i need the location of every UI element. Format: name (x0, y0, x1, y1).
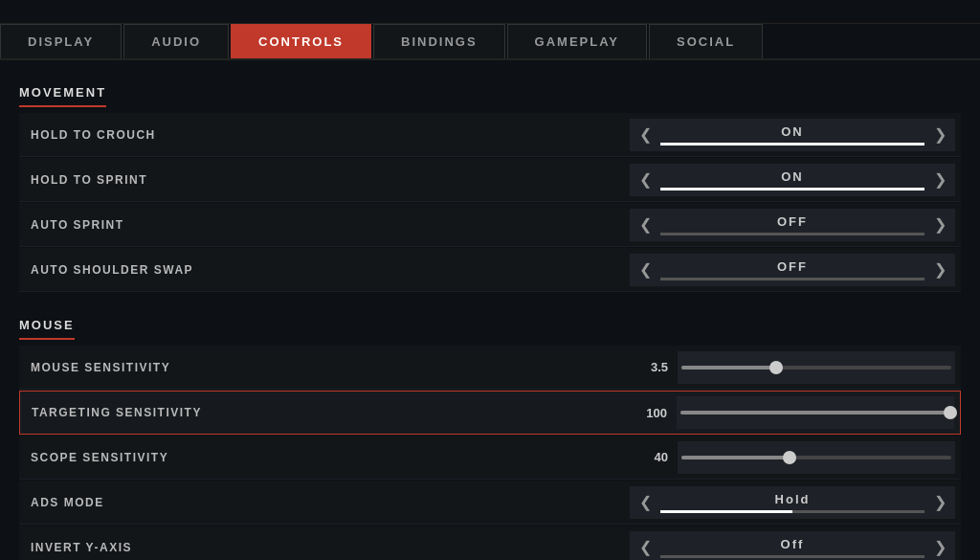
toggle-value-invert-y-axis: Off (781, 537, 805, 551)
slider-track-mouse-sensitivity (681, 366, 951, 370)
tabs-bar: DISPLAYAUDIOCONTROLSBINDINGSGAMEPLAYSOCI… (0, 24, 980, 60)
toggle-right-arrow-invert-y-axis[interactable]: ❯ (924, 531, 955, 561)
toggle-value-area-ads-mode: Hold (660, 492, 924, 513)
toggle-value-area-auto-shoulder-swap: OFF (660, 259, 924, 280)
slider-thumb-mouse-sensitivity[interactable] (769, 361, 783, 374)
slider-scope-sensitivity[interactable]: 40 (630, 441, 955, 474)
toggle-value-auto-sprint: OFF (777, 214, 808, 229)
toggle-bar-hold-to-crouch (660, 143, 924, 146)
toggle-left-arrow-invert-y-axis[interactable]: ❮ (630, 531, 660, 561)
toggle-hold-to-crouch[interactable]: ❮ON❯ (630, 119, 955, 151)
setting-control-auto-shoulder-swap: ❮OFF❯ (630, 254, 955, 286)
slider-mouse-sensitivity[interactable]: 3.5 (630, 351, 955, 384)
section-header-mouse: MOUSE (19, 304, 75, 340)
setting-control-mouse-sensitivity: 3.5 (630, 351, 955, 384)
toggle-right-arrow-ads-mode[interactable]: ❯ (924, 486, 955, 519)
setting-row-ads-mode: ADS MODE❮Hold❯ (19, 481, 961, 525)
toggle-value-auto-shoulder-swap: OFF (777, 259, 808, 274)
toggle-value-area-invert-y-axis: Off (660, 537, 924, 558)
toggle-value-area-hold-to-crouch: ON (660, 124, 924, 146)
setting-row-auto-sprint: AUTO SPRINT❮OFF❯ (19, 203, 961, 247)
setting-control-scope-sensitivity: 40 (630, 441, 955, 474)
setting-control-targeting-sensitivity: 100 (629, 396, 954, 429)
slider-value-targeting-sensitivity: 100 (629, 406, 667, 420)
toggle-left-arrow-hold-to-sprint[interactable]: ❮ (630, 164, 660, 196)
setting-label-targeting-sensitivity: TARGETING SENSITIVITY (26, 406, 629, 419)
slider-track-targeting-sensitivity (680, 411, 950, 414)
setting-row-mouse-sensitivity: MOUSE SENSITIVITY3.5 (19, 346, 961, 390)
setting-control-hold-to-crouch: ❮ON❯ (630, 119, 955, 151)
slider-fill-targeting-sensitivity (680, 411, 950, 414)
tab-gameplay[interactable]: GAMEPLAY (507, 24, 647, 58)
slider-track-wrap-mouse-sensitivity[interactable] (678, 351, 955, 384)
toggle-invert-y-axis[interactable]: ❮Off❯ (630, 531, 955, 561)
slider-track-wrap-targeting-sensitivity[interactable] (677, 396, 954, 429)
setting-row-hold-to-crouch: HOLD TO CROUCH❮ON❯ (19, 113, 961, 157)
setting-label-scope-sensitivity: SCOPE SENSITIVITY (25, 451, 630, 464)
setting-label-invert-y-axis: INVERT Y-AXIS (25, 541, 630, 554)
slider-thumb-scope-sensitivity[interactable] (783, 451, 796, 464)
setting-label-mouse-sensitivity: MOUSE SENSITIVITY (25, 361, 630, 374)
slider-fill-scope-sensitivity (681, 456, 790, 459)
toggle-hold-to-sprint[interactable]: ❮ON❯ (630, 164, 955, 196)
setting-row-auto-shoulder-swap: AUTO SHOULDER SWAP❮OFF❯ (19, 248, 961, 292)
setting-control-auto-sprint: ❮OFF❯ (630, 209, 955, 241)
toggle-left-arrow-ads-mode[interactable]: ❮ (630, 486, 660, 519)
toggle-bar-invert-y-axis (660, 555, 924, 558)
toggle-bar-fill-hold-to-crouch (660, 143, 924, 146)
setting-label-ads-mode: ADS MODE (25, 496, 630, 509)
setting-row-scope-sensitivity: SCOPE SENSITIVITY40 (19, 436, 961, 480)
slider-fill-mouse-sensitivity (681, 366, 776, 370)
settings-container: DISPLAYAUDIOCONTROLSBINDINGSGAMEPLAYSOCI… (0, 0, 980, 560)
toggle-right-arrow-hold-to-crouch[interactable]: ❯ (924, 119, 955, 151)
setting-row-hold-to-sprint: HOLD TO SPRINT❮ON❯ (19, 158, 961, 202)
slider-track-scope-sensitivity (681, 456, 951, 459)
toggle-ads-mode[interactable]: ❮Hold❯ (630, 486, 955, 519)
toggle-bar-fill-ads-mode (660, 510, 792, 513)
toggle-bar-ads-mode (660, 510, 924, 513)
toggle-value-area-hold-to-sprint: ON (660, 169, 924, 190)
setting-row-invert-y-axis: INVERT Y-AXIS❮Off❯ (19, 526, 961, 560)
setting-control-hold-to-sprint: ❮ON❯ (630, 164, 955, 196)
setting-label-hold-to-sprint: HOLD TO SPRINT (25, 173, 630, 187)
section-header-movement: MOVEMENT (19, 72, 106, 107)
tab-bindings[interactable]: BINDINGS (373, 24, 505, 58)
tab-controls[interactable]: CONTROLS (231, 24, 371, 58)
setting-control-ads-mode: ❮Hold❯ (630, 486, 955, 519)
toggle-value-area-auto-sprint: OFF (660, 214, 924, 235)
tab-audio[interactable]: AUDIO (123, 24, 229, 58)
toggle-value-ads-mode: Hold (775, 492, 811, 506)
toggle-left-arrow-auto-sprint[interactable]: ❮ (630, 209, 660, 241)
setting-row-targeting-sensitivity: TARGETING SENSITIVITY100 (19, 391, 961, 435)
settings-content: MOVEMENTHOLD TO CROUCH❮ON❯HOLD TO SPRINT… (0, 60, 980, 560)
setting-label-hold-to-crouch: HOLD TO CROUCH (25, 128, 630, 142)
tab-display[interactable]: DISPLAY (0, 24, 122, 58)
toggle-left-arrow-auto-shoulder-swap[interactable]: ❮ (630, 254, 660, 286)
slider-thumb-targeting-sensitivity[interactable] (944, 406, 957, 419)
toggle-left-arrow-hold-to-crouch[interactable]: ❮ (630, 119, 660, 151)
toggle-right-arrow-auto-shoulder-swap[interactable]: ❯ (924, 254, 955, 286)
setting-label-auto-sprint: AUTO SPRINT (25, 218, 630, 232)
header (0, 0, 980, 24)
toggle-right-arrow-auto-sprint[interactable]: ❯ (924, 209, 955, 241)
slider-value-mouse-sensitivity: 3.5 (630, 360, 668, 374)
toggle-bar-auto-sprint (660, 233, 924, 235)
toggle-auto-shoulder-swap[interactable]: ❮OFF❯ (630, 254, 955, 286)
toggle-bar-auto-shoulder-swap (660, 278, 924, 280)
slider-targeting-sensitivity[interactable]: 100 (629, 396, 954, 429)
toggle-auto-sprint[interactable]: ❮OFF❯ (630, 209, 955, 241)
toggle-value-hold-to-sprint: ON (781, 169, 804, 184)
slider-value-scope-sensitivity: 40 (630, 450, 668, 464)
toggle-bar-hold-to-sprint (660, 188, 924, 190)
slider-track-wrap-scope-sensitivity[interactable] (678, 441, 955, 474)
toggle-value-hold-to-crouch: ON (781, 124, 804, 139)
setting-control-invert-y-axis: ❮Off❯ (630, 531, 955, 561)
toggle-right-arrow-hold-to-sprint[interactable]: ❯ (924, 164, 955, 196)
toggle-bar-fill-hold-to-sprint (660, 188, 924, 190)
setting-label-auto-shoulder-swap: AUTO SHOULDER SWAP (25, 263, 630, 277)
tab-social[interactable]: SOCIAL (649, 24, 763, 58)
